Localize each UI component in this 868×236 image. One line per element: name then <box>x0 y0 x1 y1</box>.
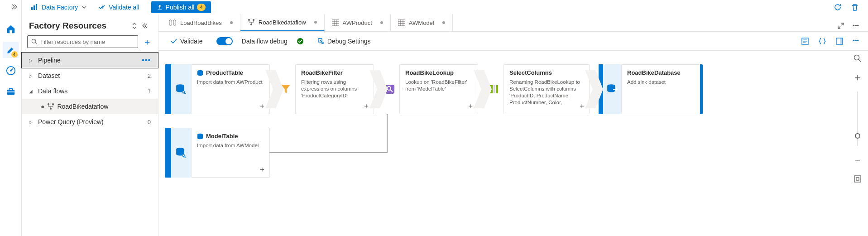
svg-point-8 <box>32 39 36 43</box>
table-icon <box>398 19 405 26</box>
flow-canvas[interactable]: ProductTable Import data from AWProduct … <box>158 51 868 236</box>
svg-rect-12 <box>169 20 172 25</box>
zoom-slider-thumb[interactable] <box>855 133 860 139</box>
database-sink-icon <box>606 83 618 95</box>
zoom-slider[interactable] <box>857 92 858 146</box>
svg-point-34 <box>854 55 859 60</box>
connector-arrow <box>585 64 603 114</box>
validate-all-button[interactable]: Validate all <box>94 2 144 13</box>
sink-end-handle[interactable] <box>700 64 703 114</box>
node-roadbikedatabase[interactable]: RoadBikeDatabase Add sink dataset <box>621 64 700 114</box>
svg-rect-3 <box>9 89 12 91</box>
braces-icon <box>818 37 826 45</box>
svg-rect-13 <box>173 20 176 25</box>
source-icon-wrapper <box>171 64 191 114</box>
tree-node-dataset[interactable]: ▷ Dataset 2 <box>22 68 158 83</box>
gauge-icon <box>6 66 16 76</box>
add-resource-button[interactable]: ＋ <box>142 36 153 48</box>
tree-node-pipeline[interactable]: ▷ Pipeline ••• <box>22 53 158 68</box>
tree-node-dataflows[interactable]: ◢ Data flows 1 <box>22 83 158 99</box>
svg-rect-35 <box>854 176 861 182</box>
zoom-search-button[interactable] <box>853 53 863 63</box>
search-icon <box>854 54 862 63</box>
panel-collapse-icon[interactable] <box>140 22 151 30</box>
expand-button[interactable] <box>835 20 846 31</box>
svg-rect-29 <box>494 85 495 93</box>
zoom-fit-button[interactable] <box>853 174 863 184</box>
debug-toggle[interactable] <box>216 37 233 45</box>
flow-toolbar: Validate Data flow debug Debug Settings … <box>158 32 868 51</box>
tab-more-icon[interactable]: ••• <box>851 20 861 31</box>
add-step-button[interactable]: ＋ <box>259 101 266 111</box>
node-selectcolumns[interactable]: SelectColumns Renaming RoadBikeLookup to… <box>504 64 590 114</box>
tab-awproduct[interactable]: AWProduct <box>325 14 391 31</box>
publish-all-button[interactable]: Publish all 4 <box>151 1 211 13</box>
svg-rect-17 <box>332 19 339 26</box>
table-icon <box>332 19 339 26</box>
filter-input[interactable] <box>40 39 134 45</box>
rail-home[interactable] <box>3 21 19 37</box>
rail-manage[interactable] <box>3 83 19 100</box>
connector-arrow <box>265 64 283 114</box>
dataflow-icon <box>47 103 54 110</box>
dataflow-icon <box>248 19 255 26</box>
svg-rect-23 <box>840 38 843 44</box>
tree-node-powerquery[interactable]: ▷ Power Query (Preview) 0 <box>22 114 158 130</box>
dirty-dot-icon <box>380 21 383 24</box>
source-handle[interactable] <box>165 128 171 178</box>
workspace-dropdown[interactable]: Data Factory <box>31 4 87 11</box>
properties-icon <box>835 37 844 45</box>
editor-tabs: LoadRoadBikes RoadBikedataflow AWProduct… <box>158 14 868 32</box>
svg-point-14 <box>248 19 250 21</box>
more-actions-icon[interactable]: ••• <box>142 56 151 64</box>
validate-button[interactable]: Validate <box>166 36 207 47</box>
author-change-badge: 4 <box>11 51 18 58</box>
svg-rect-6 <box>34 5 35 10</box>
svg-point-16 <box>250 24 252 25</box>
refresh-button[interactable] <box>832 1 844 13</box>
panel-sort-icon[interactable] <box>129 22 140 30</box>
node-modeltable[interactable]: ModelTable Import data from AWModel ＋ <box>191 128 270 178</box>
fit-screen-icon <box>854 175 862 183</box>
tree-node-roadbikedataflow[interactable]: ● RoadBikedataflow <box>22 99 158 114</box>
node-producttable[interactable]: ProductTable Import data from AWProduct … <box>191 64 270 114</box>
trash-icon <box>851 3 859 11</box>
toolbox-icon <box>6 87 16 96</box>
zoom-out-button[interactable]: － <box>852 152 863 168</box>
tab-loadroadbikes[interactable]: LoadRoadBikes <box>162 14 240 31</box>
chevron-right-icon: ▷ <box>29 120 34 125</box>
database-icon <box>197 133 203 140</box>
filter-input-wrapper[interactable] <box>27 35 138 48</box>
tab-awmodel[interactable]: AWModel <box>391 14 453 31</box>
rail-author[interactable]: 4 <box>3 42 19 58</box>
script-button[interactable] <box>799 35 811 47</box>
rail-monitor[interactable] <box>3 63 19 79</box>
add-step-button[interactable]: ＋ <box>467 101 474 111</box>
node-roadbikefilter[interactable]: RoadBikeFilter Filtering rows using expr… <box>295 64 374 114</box>
upload-icon <box>157 4 163 10</box>
home-icon <box>6 24 16 34</box>
source-handle[interactable] <box>165 64 171 114</box>
source-icon-wrapper <box>171 128 191 178</box>
check-icon <box>170 38 177 45</box>
left-rail: 4 <box>0 0 22 236</box>
panel-title: Factory Resources <box>29 21 129 31</box>
svg-point-15 <box>253 19 254 21</box>
svg-rect-30 <box>496 85 498 93</box>
chevron-right-double-icon <box>11 4 18 10</box>
debug-settings-button[interactable]: Debug Settings <box>313 36 375 47</box>
add-step-button[interactable]: ＋ <box>259 165 266 174</box>
node-roadbikelookup[interactable]: RoadBikeLookup Lookup on 'RoadBikeFilter… <box>399 64 478 114</box>
tab-roadbikedataflow[interactable]: RoadBikedataflow <box>240 14 325 31</box>
status-ok-icon <box>297 38 304 45</box>
delete-button[interactable] <box>849 1 861 13</box>
json-button[interactable] <box>816 35 828 47</box>
add-step-button[interactable]: ＋ <box>363 101 370 111</box>
properties-button[interactable] <box>834 35 845 47</box>
add-step-button[interactable]: ＋ <box>578 101 585 111</box>
zoom-in-button[interactable]: ＋ <box>852 70 863 85</box>
pipeline-icon <box>169 19 177 26</box>
svg-point-10 <box>52 103 54 105</box>
rail-collapse-toggle[interactable] <box>0 4 21 16</box>
toolbar-more-icon[interactable]: ••• <box>851 35 861 47</box>
